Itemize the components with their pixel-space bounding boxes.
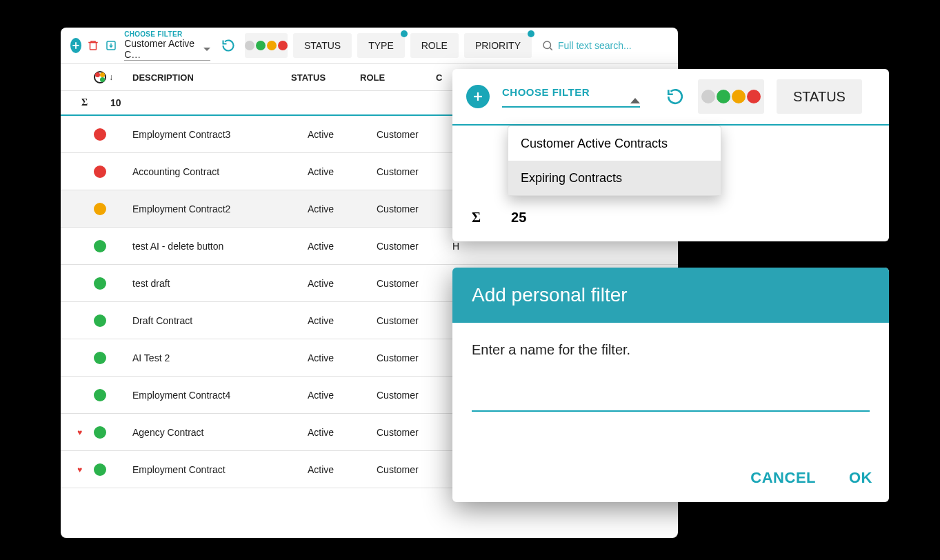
- svg-line-5: [550, 48, 552, 50]
- filter-select-value: Customer Active C…: [124, 38, 203, 60]
- row-role: Customer: [377, 129, 452, 140]
- row-role: Customer: [377, 352, 452, 363]
- row-status-dot: [94, 352, 132, 364]
- search-box: [541, 39, 668, 52]
- status-dot-gray: [701, 90, 715, 103]
- filter-name-input[interactable]: [472, 384, 870, 412]
- search-icon: [541, 39, 554, 52]
- sigma-count: 10: [110, 97, 121, 108]
- chevron-down-icon: [203, 48, 210, 51]
- filter-option[interactable]: Expiring Contracts: [508, 161, 721, 195]
- row-status: Active: [308, 315, 377, 326]
- toolbar: CHOOSE FILTER Customer Active C… STATUS: [61, 28, 678, 63]
- row-description: Employment Contract4: [132, 390, 308, 401]
- row-status: Active: [308, 390, 377, 401]
- row-status-dot: [94, 426, 132, 439]
- ok-button[interactable]: OK: [849, 469, 872, 487]
- row-role: Customer: [377, 278, 452, 289]
- status-dot-red: [278, 41, 288, 50]
- row-status: Active: [308, 241, 377, 252]
- svg-point-4: [543, 41, 551, 49]
- cancel-button[interactable]: CANCEL: [750, 469, 816, 487]
- row-status: Active: [308, 278, 377, 289]
- filter-type-button[interactable]: TYPE: [357, 33, 405, 58]
- row-status-dot: [94, 277, 132, 290]
- row-flag: ♥: [77, 428, 94, 437]
- add-filter-icon[interactable]: [466, 85, 490, 108]
- row-status: Active: [308, 166, 377, 177]
- col-description[interactable]: DESCRIPTION: [132, 72, 291, 83]
- row-status: Active: [308, 427, 377, 438]
- sigma-symbol: Σ: [81, 97, 110, 108]
- pf-status-label: STATUS: [793, 89, 846, 105]
- export-icon[interactable]: [105, 37, 117, 54]
- row-status-dot: [94, 240, 132, 252]
- row-role: Customer: [377, 427, 452, 438]
- row-c: H: [452, 241, 590, 252]
- pf-sigma-count: 25: [511, 210, 526, 226]
- delete-icon[interactable]: [87, 37, 99, 54]
- dialog-actions: CANCEL OK: [750, 469, 872, 487]
- pf-status-button[interactable]: STATUS: [777, 79, 862, 114]
- filter-option[interactable]: Customer Active Contracts: [508, 126, 721, 161]
- search-input[interactable]: [558, 40, 668, 51]
- row-role: Customer: [377, 464, 452, 475]
- pf-filter-select[interactable]: CHOOSE FILTER: [502, 86, 640, 108]
- refresh-icon[interactable]: [221, 37, 235, 54]
- pf-toolbar: CHOOSE FILTER STATUS: [452, 69, 889, 126]
- dialog-message: Enter a name for the filter.: [472, 342, 870, 358]
- row-status-dot: [94, 166, 132, 178]
- row-status-dot: [94, 128, 132, 141]
- filter-dropdown-panel: CHOOSE FILTER STATUS Customer Active Con…: [452, 69, 889, 241]
- filter-type-label: TYPE: [368, 40, 394, 51]
- row-description: Accounting Contract: [132, 166, 308, 177]
- status-dot-amber: [267, 41, 277, 50]
- row-status-dot: [94, 463, 132, 476]
- row-status-dot: [94, 389, 132, 401]
- row-role: Customer: [377, 203, 452, 214]
- status-ring-icon[interactable]: [94, 71, 106, 83]
- filter-role-button[interactable]: ROLE: [410, 33, 459, 58]
- pf-filter-label: CHOOSE FILTER: [502, 86, 640, 98]
- filter-select[interactable]: CHOOSE FILTER Customer Active C…: [124, 30, 210, 61]
- row-description: Employment Contract3: [132, 129, 308, 140]
- pf-traffic-filter[interactable]: [698, 79, 764, 114]
- filter-status-label: STATUS: [304, 40, 341, 51]
- row-status: Active: [308, 352, 377, 363]
- row-description: Draft Contract: [132, 315, 308, 326]
- filter-priority-button[interactable]: PRIORITY: [464, 33, 532, 58]
- filter-role-label: ROLE: [421, 40, 448, 51]
- status-dot-green: [717, 90, 730, 103]
- status-color-filter[interactable]: [245, 33, 288, 58]
- chevron-up-icon: [630, 98, 640, 103]
- row-description: test AI - delete button: [132, 241, 308, 252]
- col-status[interactable]: STATUS: [291, 72, 360, 83]
- row-description: Agency Contract: [132, 427, 308, 438]
- pf-sigma-row: Σ 25: [452, 193, 889, 241]
- row-role: Customer: [377, 390, 452, 401]
- badge-dot: [401, 30, 408, 37]
- status-dot-gray: [245, 41, 254, 50]
- pf-refresh-icon[interactable]: [666, 88, 686, 106]
- add-filter-dialog: Add personal filter Enter a name for the…: [452, 268, 889, 502]
- filter-priority-label: PRIORITY: [475, 40, 521, 51]
- col-role[interactable]: ROLE: [360, 72, 436, 83]
- filter-status-button[interactable]: STATUS: [293, 33, 352, 58]
- badge-dot: [528, 30, 534, 37]
- status-dot-red: [747, 90, 761, 103]
- row-status: Active: [308, 129, 377, 140]
- status-dot-green: [256, 41, 266, 50]
- row-status: Active: [308, 203, 377, 214]
- row-description: AI Test 2: [132, 352, 308, 363]
- row-status: Active: [308, 464, 377, 475]
- svg-rect-2: [90, 43, 97, 50]
- row-description: test draft: [132, 278, 308, 289]
- sort-arrow-icon[interactable]: ↓: [109, 72, 113, 82]
- add-icon[interactable]: [70, 38, 81, 53]
- row-status-dot: [94, 203, 132, 215]
- pf-sigma-symbol: Σ: [472, 210, 481, 226]
- filter-select-label: CHOOSE FILTER: [124, 30, 210, 38]
- row-flag: ♥: [77, 465, 94, 474]
- row-role: Customer: [377, 166, 452, 177]
- row-description: Employment Contract: [132, 464, 308, 475]
